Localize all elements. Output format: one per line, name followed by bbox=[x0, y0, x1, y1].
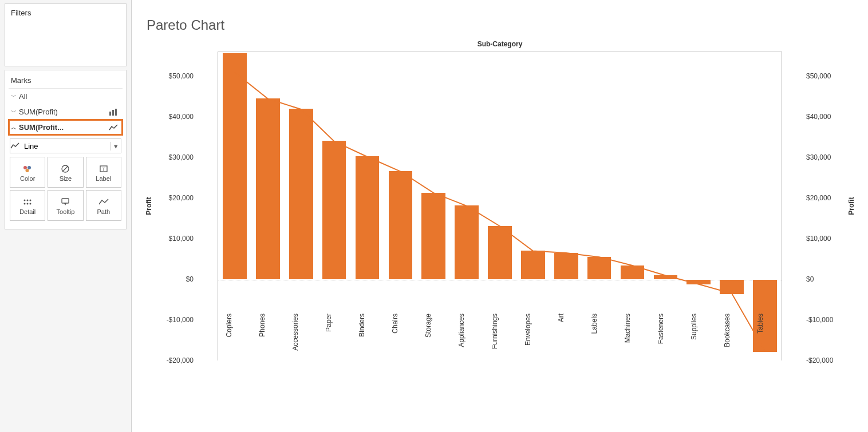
y-axis-label-right: Profit bbox=[847, 197, 855, 215]
detail-button-label: Detail bbox=[19, 208, 35, 215]
line-chart-icon bbox=[109, 124, 120, 131]
svg-rect-2 bbox=[115, 109, 117, 116]
y-tick-label: $40,000 bbox=[806, 113, 846, 121]
marks-panel: Marks ﹀ All ﹀ SUM(Profit) ︿ SUM(Profit..… bbox=[5, 70, 127, 229]
color-button[interactable]: Color bbox=[10, 157, 45, 188]
svg-rect-0 bbox=[109, 112, 111, 116]
profit-line[interactable] bbox=[235, 72, 765, 351]
y-tick-label: -$10,000 bbox=[153, 316, 194, 324]
size-button[interactable]: Size bbox=[48, 157, 83, 188]
color-button-label: Color bbox=[20, 175, 35, 182]
mark-type-dropdown[interactable]: Line ▾ bbox=[10, 138, 121, 153]
size-icon bbox=[60, 163, 70, 175]
chart-area: Pareto Chart Sub-Category Profit Profit … bbox=[132, 0, 868, 432]
y-tick-label: $0 bbox=[806, 275, 846, 283]
y-tick-label: $50,000 bbox=[153, 72, 194, 80]
x-axis-label: Labels bbox=[590, 314, 598, 334]
path-icon bbox=[98, 196, 109, 208]
color-icon bbox=[22, 163, 33, 175]
svg-rect-16 bbox=[62, 199, 69, 203]
tooltip-button-label: Tooltip bbox=[57, 208, 75, 215]
chart-title: Pareto Chart bbox=[132, 0, 868, 33]
y-tick-label: $10,000 bbox=[806, 235, 846, 243]
x-axis-label: Tables bbox=[756, 314, 764, 334]
svg-marker-17 bbox=[64, 203, 66, 205]
y-axis-label-left: Profit bbox=[145, 197, 153, 215]
label-button-label: Label bbox=[96, 175, 111, 182]
y-tick-label: $10,000 bbox=[153, 235, 194, 243]
y-ticks-right: $50,000$40,000$30,000$20,000$10,000$0-$1… bbox=[806, 51, 846, 360]
y-tick-label: $40,000 bbox=[153, 113, 194, 121]
label-button[interactable]: T Label bbox=[86, 157, 121, 188]
y-tick-label: $20,000 bbox=[153, 194, 194, 202]
svg-point-13 bbox=[24, 203, 26, 205]
chevron-down-icon: ﹀ bbox=[11, 108, 19, 116]
marks-item-all[interactable]: ﹀ All bbox=[9, 89, 123, 104]
chevron-down-icon: ﹀ bbox=[11, 93, 19, 101]
x-axis-title: Sub-Category bbox=[132, 40, 868, 48]
x-axis-label: Supplies bbox=[690, 314, 698, 340]
x-axis-label: Machines bbox=[624, 314, 632, 343]
y-tick-label: $30,000 bbox=[153, 153, 194, 161]
x-axis-label: Accessories bbox=[291, 314, 299, 351]
sidebar: Filters Marks ﹀ All ﹀ SUM(Profit) ︿ SUM(… bbox=[0, 0, 132, 432]
path-button[interactable]: Path bbox=[86, 190, 121, 221]
x-axis-label: Art bbox=[557, 314, 565, 322]
svg-point-4 bbox=[27, 166, 31, 169]
svg-point-3 bbox=[23, 166, 27, 169]
svg-point-10 bbox=[24, 200, 26, 201]
detail-icon bbox=[22, 196, 33, 208]
x-axis-labels: CopiersPhonesAccessoriesPaperBindersChai… bbox=[206, 314, 794, 394]
label-icon: T bbox=[99, 163, 108, 175]
dropdown-caret-icon: ▾ bbox=[111, 142, 121, 150]
x-axis-label: Furnishings bbox=[491, 314, 499, 349]
x-axis-label: Binders bbox=[358, 314, 366, 337]
y-ticks-left: $50,000$40,000$30,000$20,000$10,000$0-$1… bbox=[153, 51, 194, 360]
path-button-label: Path bbox=[97, 208, 111, 215]
tooltip-icon bbox=[61, 196, 70, 208]
y-tick-label: -$20,000 bbox=[806, 356, 846, 364]
y-tick-label: $20,000 bbox=[806, 194, 846, 202]
x-axis-label: Fasteners bbox=[657, 314, 665, 344]
marks-title: Marks bbox=[9, 73, 123, 89]
y-tick-label: $30,000 bbox=[806, 153, 846, 161]
x-axis-label: Paper bbox=[325, 314, 333, 332]
svg-point-11 bbox=[27, 200, 29, 201]
x-axis-label: Storage bbox=[424, 314, 432, 338]
tooltip-button[interactable]: Tooltip bbox=[48, 190, 83, 221]
svg-point-14 bbox=[27, 203, 29, 205]
detail-button[interactable]: Detail bbox=[10, 190, 45, 221]
x-axis-label: Bookcases bbox=[723, 314, 731, 347]
line-chart-icon bbox=[10, 142, 23, 149]
marks-buttons-grid: Color Size T Label Detail bbox=[10, 157, 121, 221]
marks-item-label: All bbox=[19, 92, 109, 101]
chevron-up-icon: ︿ bbox=[11, 124, 19, 132]
svg-point-5 bbox=[26, 169, 29, 172]
bar-chart-icon bbox=[109, 109, 120, 116]
svg-text:T: T bbox=[102, 167, 105, 172]
svg-point-15 bbox=[30, 203, 31, 205]
filters-title: Filters bbox=[11, 9, 120, 17]
svg-point-12 bbox=[30, 200, 31, 201]
x-axis-label: Phones bbox=[258, 314, 266, 337]
x-axis-label: Chairs bbox=[391, 314, 399, 334]
svg-line-7 bbox=[62, 166, 68, 172]
y-tick-label: -$20,000 bbox=[153, 356, 194, 364]
y-tick-label: -$10,000 bbox=[806, 316, 846, 324]
marks-item-label: SUM(Profit... bbox=[19, 123, 109, 132]
y-tick-label: $0 bbox=[153, 275, 194, 283]
x-axis-label: Envelopes bbox=[524, 314, 532, 346]
x-axis-label: Copiers bbox=[225, 314, 233, 337]
marks-item-sum-profit-line[interactable]: ︿ SUM(Profit... bbox=[9, 120, 123, 135]
mark-type-label: Line bbox=[23, 142, 111, 150]
y-tick-label: $50,000 bbox=[806, 72, 846, 80]
marks-item-sum-profit-bar[interactable]: ﹀ SUM(Profit) bbox=[9, 104, 123, 120]
x-axis-label: Appliances bbox=[457, 314, 465, 347]
filters-panel: Filters bbox=[5, 3, 127, 66]
size-button-label: Size bbox=[60, 175, 72, 182]
marks-item-label: SUM(Profit) bbox=[19, 108, 109, 116]
svg-rect-1 bbox=[112, 110, 114, 116]
